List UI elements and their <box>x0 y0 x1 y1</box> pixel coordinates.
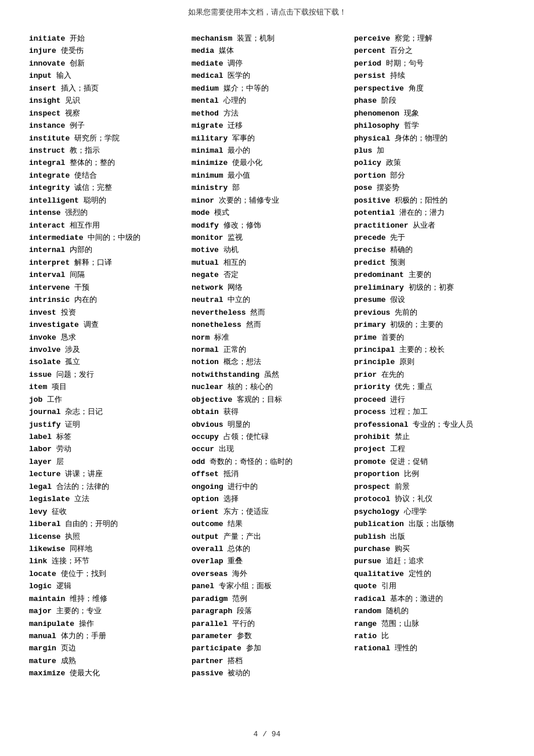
list-item: medical 医学的 <box>192 70 348 82</box>
list-item: parallel 平行的 <box>192 618 348 630</box>
word-english: radical <box>354 595 390 603</box>
word-english: overseas <box>192 570 232 578</box>
word-chinese: 平行的 <box>232 620 255 628</box>
word-chinese: 正常的 <box>223 345 246 354</box>
list-item: integrate 使结合 <box>29 170 186 182</box>
word-chinese: 协议；礼仪 <box>395 495 432 503</box>
word-chinese: 体力的；手册 <box>61 632 106 640</box>
word-english: media <box>192 46 219 55</box>
word-chinese: 搭档 <box>228 657 243 665</box>
word-english: manual <box>29 632 61 640</box>
word-english: invest <box>29 308 61 317</box>
list-item: lecture 讲课；讲座 <box>29 468 186 480</box>
list-item: involve 涉及 <box>29 344 186 356</box>
word-english: issue <box>29 370 56 379</box>
word-chinese: 使受伤 <box>61 46 84 55</box>
list-item: media 媒体 <box>192 45 348 57</box>
word-chinese: 进行中的 <box>228 483 258 491</box>
word-chinese: 阶段 <box>381 96 396 105</box>
list-item: network 网络 <box>192 282 348 294</box>
word-chinese: 然而 <box>250 308 265 317</box>
word-english: preliminary <box>354 283 409 292</box>
word-english: institute <box>29 134 74 143</box>
word-chinese: 先于 <box>390 233 405 242</box>
list-item: neutral 中立的 <box>192 294 348 306</box>
list-item: proceed 进行 <box>354 394 511 406</box>
list-item: innovate 创新 <box>29 57 186 70</box>
list-item: logic 逻辑 <box>29 580 186 592</box>
word-english: phase <box>354 96 381 105</box>
list-item: instruct 教；指示 <box>29 145 186 157</box>
word-english: internal <box>29 246 70 254</box>
list-item: job 工作 <box>29 394 186 406</box>
word-chinese: 媒体 <box>219 46 234 55</box>
list-item: mature 成熟 <box>29 655 186 667</box>
list-item: policy 政策 <box>354 157 511 169</box>
word-english: outcome <box>192 520 228 528</box>
word-chinese: 购买 <box>395 545 410 553</box>
word-chinese: 明显的 <box>228 420 250 429</box>
column-2: mechanism 装置；机制media 媒体mediate 调停medical… <box>192 33 354 680</box>
word-chinese: 范围；山脉 <box>381 620 419 628</box>
word-chinese: 操作 <box>79 620 94 628</box>
list-item: labor 劳动 <box>29 443 186 455</box>
column-3: perceive 察觉；理解percent 百分之period 时期；句号per… <box>354 33 511 680</box>
word-english: percent <box>354 46 390 55</box>
word-chinese: 总体的 <box>228 545 250 553</box>
word-english: mediate <box>192 59 228 68</box>
list-item: monitor 监视 <box>192 232 348 244</box>
word-chinese: 持续 <box>390 71 405 80</box>
word-chinese: 段落 <box>237 607 252 615</box>
list-item: protocol 协议；礼仪 <box>354 493 511 505</box>
list-item: obvious 明显的 <box>192 419 348 431</box>
word-english: period <box>354 59 386 68</box>
list-item: license 执照 <box>29 531 186 543</box>
word-english: neutral <box>192 296 228 304</box>
word-chinese: 潜在的；潜力 <box>399 208 445 217</box>
word-english: output <box>192 532 223 541</box>
word-chinese: 例子 <box>70 121 85 130</box>
word-chinese: 恳求 <box>61 333 76 342</box>
list-item: manual 体力的；手册 <box>29 630 186 642</box>
word-chinese: 心理的 <box>223 96 246 105</box>
list-item: positive 积极的；阳性的 <box>354 195 511 207</box>
word-chinese: 比例 <box>404 470 419 478</box>
list-item: label 标签 <box>29 431 186 443</box>
word-english: normal <box>192 345 223 354</box>
list-item: prime 首要的 <box>354 332 511 344</box>
word-chinese: 概念；想法 <box>223 358 261 366</box>
list-item: ratio 比 <box>354 630 511 642</box>
word-english: nevertheless <box>192 308 250 317</box>
word-chinese: 心理学 <box>404 507 427 516</box>
list-item: orient 东方；使适应 <box>192 506 348 518</box>
word-chinese: 内部的 <box>70 246 92 254</box>
list-item: qualitative 定性的 <box>354 568 511 580</box>
list-item: predominant 主要的 <box>354 269 511 281</box>
list-item: process 过程；加工 <box>354 406 511 418</box>
word-english: insight <box>29 96 65 105</box>
word-chinese: 追赶；追求 <box>386 557 424 566</box>
list-item: negate 否定 <box>192 269 348 281</box>
word-chinese: 定性的 <box>409 570 431 578</box>
word-chinese: 角度 <box>409 84 424 93</box>
list-item: option 选择 <box>192 493 348 505</box>
word-chinese: 执照 <box>65 532 80 541</box>
word-english: psychology <box>354 507 404 516</box>
word-chinese: 涉及 <box>65 345 80 354</box>
word-english: legislate <box>29 495 74 503</box>
word-english: protocol <box>354 495 395 503</box>
word-chinese: 被动的 <box>228 669 250 678</box>
list-item: investigate 调查 <box>29 319 186 331</box>
word-english: option <box>192 495 223 503</box>
list-item: priority 优先；重点 <box>354 381 511 393</box>
word-english: pursue <box>354 557 386 566</box>
list-item: presume 假设 <box>354 294 511 306</box>
list-item: minimum 最小值 <box>192 170 348 182</box>
list-item: invest 投资 <box>29 307 186 319</box>
word-chinese: 修改；修饰 <box>223 221 261 230</box>
word-chinese: 立法 <box>74 495 89 503</box>
list-item: modify 修改；修饰 <box>192 219 348 232</box>
list-item: legal 合法的；法律的 <box>29 481 186 493</box>
word-chinese: 预测 <box>390 258 405 267</box>
word-english: insert <box>29 84 61 93</box>
